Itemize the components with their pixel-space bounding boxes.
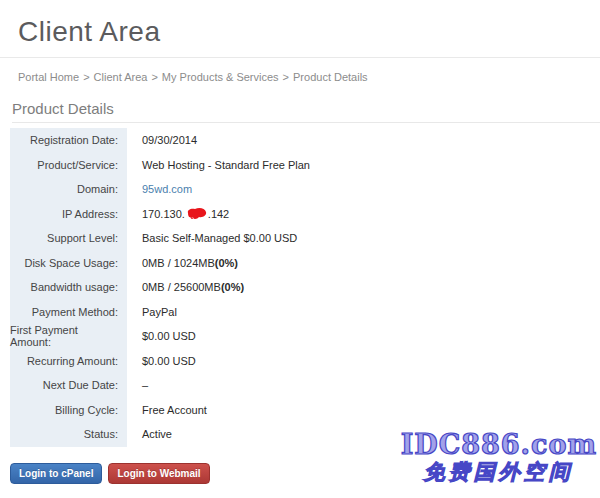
value-text: PayPal bbox=[142, 306, 177, 318]
table-row-bandwidth-usage: Bandwidth usage:0MB / 25600MB (0%) bbox=[10, 275, 590, 300]
row-label: First Payment Amount: bbox=[10, 324, 127, 349]
row-value: PayPal bbox=[127, 300, 177, 325]
row-label: Bandwidth usage: bbox=[10, 275, 127, 300]
table-row-billing-cycle: Billing Cycle:Free Account bbox=[10, 398, 590, 423]
value-text: $0.00 USD bbox=[142, 355, 196, 367]
breadcrumb-separator: > bbox=[79, 71, 93, 83]
value-text: $0.00 USD bbox=[142, 330, 196, 342]
login-details-heading: Login Details bbox=[12, 495, 600, 498]
table-row-payment-method: Payment Method:PayPal bbox=[10, 300, 590, 325]
breadcrumb-item[interactable]: Client Area bbox=[94, 71, 148, 83]
product-details-table: Registration Date:09/30/2014Product/Serv… bbox=[10, 128, 590, 447]
ip-redaction-scribble bbox=[186, 207, 207, 220]
table-row-disk-space-usage: Disk Space Usage:0MB / 1024MB (0%) bbox=[10, 251, 590, 276]
breadcrumb-separator: > bbox=[147, 71, 161, 83]
value-text: Web Hosting - Standard Free Plan bbox=[142, 159, 310, 171]
breadcrumb-separator: > bbox=[279, 71, 293, 83]
table-row-next-due-date: Next Due Date:– bbox=[10, 373, 590, 398]
login-to-webmail-button[interactable]: Login to Webmail bbox=[108, 463, 209, 484]
section-title-product-details: Product Details bbox=[12, 100, 600, 123]
row-value: 170.130..142 bbox=[127, 202, 229, 227]
row-value: Basic Self-Managed $0.00 USD bbox=[127, 226, 297, 251]
value-bold-part: (0%) bbox=[215, 257, 238, 269]
value-text: – bbox=[142, 379, 148, 391]
row-value: Active bbox=[127, 422, 172, 447]
table-row-support-level: Support Level:Basic Self-Managed $0.00 U… bbox=[10, 226, 590, 251]
row-value: Free Account bbox=[127, 398, 207, 423]
value-text: 0MB / 25600MB bbox=[142, 281, 221, 293]
page-title: Client Area bbox=[18, 15, 600, 48]
value-text: Active bbox=[142, 428, 172, 440]
row-value: 09/30/2014 bbox=[127, 128, 197, 153]
table-row-product-service: Product/Service:Web Hosting - Standard F… bbox=[10, 153, 590, 178]
table-row-registration-date: Registration Date:09/30/2014 bbox=[10, 128, 590, 153]
value-text: 170.130. bbox=[142, 208, 185, 220]
table-row-recurring-amount: Recurring Amount:$0.00 USD bbox=[10, 349, 590, 374]
row-value: 95wd.com bbox=[127, 177, 192, 202]
row-value: $0.00 USD bbox=[127, 324, 196, 349]
row-label: Registration Date: bbox=[10, 128, 127, 153]
row-label: Disk Space Usage: bbox=[10, 251, 127, 276]
value-text: .142 bbox=[208, 208, 229, 220]
value-text: Free Account bbox=[142, 404, 207, 416]
value-text: 09/30/2014 bbox=[142, 134, 197, 146]
row-label: Product/Service: bbox=[10, 153, 127, 178]
row-label: Support Level: bbox=[10, 226, 127, 251]
row-label: Status: bbox=[10, 422, 127, 447]
breadcrumb: Portal Home>Client Area>My Products & Se… bbox=[18, 71, 600, 83]
value-text: Basic Self-Managed $0.00 USD bbox=[142, 232, 297, 244]
table-row-ip-address: IP Address:170.130..142 bbox=[10, 202, 590, 227]
table-row-domain: Domain:95wd.com bbox=[10, 177, 590, 202]
row-label: Billing Cycle: bbox=[10, 398, 127, 423]
row-label: IP Address: bbox=[10, 202, 127, 227]
value-bold-part: (0%) bbox=[221, 281, 244, 293]
row-value: Web Hosting - Standard Free Plan bbox=[127, 153, 310, 178]
row-label: Payment Method: bbox=[10, 300, 127, 325]
value-text: 0MB / 1024MB bbox=[142, 257, 215, 269]
table-row-status: Status:Active bbox=[10, 422, 590, 447]
breadcrumb-item: Product Details bbox=[293, 71, 368, 83]
row-label: Recurring Amount: bbox=[10, 349, 127, 374]
row-value: 0MB / 1024MB (0%) bbox=[127, 251, 238, 276]
login-to-cpanel-button[interactable]: Login to cPanel bbox=[10, 463, 102, 484]
breadcrumb-item[interactable]: My Products & Services bbox=[162, 71, 279, 83]
row-label: Next Due Date: bbox=[10, 373, 127, 398]
row-value: 0MB / 25600MB (0%) bbox=[127, 275, 244, 300]
header-divider bbox=[0, 57, 600, 58]
domain-link[interactable]: 95wd.com bbox=[142, 183, 192, 195]
row-value: $0.00 USD bbox=[127, 349, 196, 374]
row-value: – bbox=[127, 373, 148, 398]
action-buttons: Login to cPanelLogin to Webmail bbox=[10, 463, 600, 484]
row-label: Domain: bbox=[10, 177, 127, 202]
breadcrumb-item[interactable]: Portal Home bbox=[18, 71, 79, 83]
table-row-first-payment-amount: First Payment Amount:$0.00 USD bbox=[10, 324, 590, 349]
